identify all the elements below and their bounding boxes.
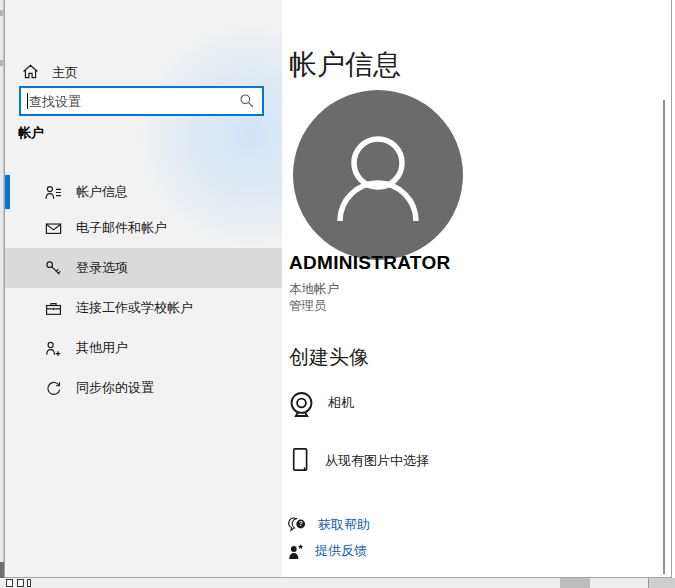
background-window-bottom-fragment xyxy=(0,578,675,588)
camera-option[interactable]: 相机 xyxy=(288,390,354,420)
person-icon xyxy=(293,90,463,260)
search-icon xyxy=(239,93,255,109)
account-type-label: 本地帐户 xyxy=(289,281,339,298)
home-icon xyxy=(22,63,39,80)
sidebar: 主页 帐户 帐户信息 电子邮件和帐户 登 xyxy=(5,0,282,577)
sidebar-item-home[interactable]: 主页 xyxy=(5,56,282,88)
sidebar-item-other-users[interactable]: 其他用户 xyxy=(5,328,282,368)
account-role-label: 管理员 xyxy=(289,298,327,315)
sidebar-item-label: 连接工作或学校帐户 xyxy=(76,299,193,317)
search-box xyxy=(19,86,264,116)
sidebar-item-work-school-account[interactable]: 连接工作或学校帐户 xyxy=(5,288,282,328)
sidebar-item-label: 其他用户 xyxy=(76,339,128,357)
settings-window: 设置 主页 帐户 xyxy=(4,0,672,578)
selected-indicator xyxy=(5,175,10,209)
background-glyph xyxy=(17,579,24,587)
account-info-icon xyxy=(45,184,62,201)
background-glyph xyxy=(27,579,31,587)
sidebar-item-label: 主页 xyxy=(52,64,78,82)
page-title: 帐户信息 xyxy=(289,46,401,84)
sidebar-item-label: 登录选项 xyxy=(76,259,128,277)
feedback-link[interactable]: 提供反馈 xyxy=(288,542,367,560)
get-help-label: 获取帮助 xyxy=(318,516,370,534)
sidebar-item-email-accounts[interactable]: 电子邮件和帐户 xyxy=(5,208,282,248)
create-avatar-heading: 创建头像 xyxy=(289,344,369,371)
sync-icon xyxy=(45,380,62,397)
get-help-link[interactable]: ? 获取帮助 xyxy=(288,516,370,534)
background-tick xyxy=(0,10,3,16)
background-tick xyxy=(0,60,3,66)
svg-text:?: ? xyxy=(299,520,303,527)
sidebar-section-header: 帐户 xyxy=(18,124,44,142)
get-help-icon: ? xyxy=(288,517,307,533)
user-name: ADMINISTRATOR xyxy=(289,252,451,274)
sidebar-item-label: 电子邮件和帐户 xyxy=(76,219,167,237)
background-scrollbar-fragment xyxy=(560,578,590,588)
search-input[interactable] xyxy=(29,88,234,114)
background-glyph xyxy=(6,579,13,587)
main-content: 帐户信息 ADMINISTRATOR 本地帐户 管理员 创建头像 相机 从现有图… xyxy=(282,0,671,577)
email-icon xyxy=(45,220,62,237)
feedback-label: 提供反馈 xyxy=(315,542,367,560)
sidebar-item-sync-settings[interactable]: 同步你的设置 xyxy=(5,368,282,408)
briefcase-icon xyxy=(45,300,62,317)
sidebar-item-sign-in-options[interactable]: 登录选项 xyxy=(5,248,282,288)
camera-icon xyxy=(288,390,315,420)
scrollbar[interactable] xyxy=(663,100,665,574)
camera-option-label: 相机 xyxy=(328,394,354,412)
browse-picture-option[interactable]: 从现有图片中选择 xyxy=(288,444,429,477)
avatar xyxy=(293,90,463,260)
sidebar-item-label: 同步你的设置 xyxy=(76,379,154,397)
browse-picture-icon xyxy=(288,444,312,477)
key-icon xyxy=(45,260,62,277)
sidebar-item-account-info[interactable]: 帐户信息 xyxy=(5,172,282,212)
text-caret xyxy=(27,93,28,109)
browse-picture-label: 从现有图片中选择 xyxy=(325,452,429,470)
background-window-edge xyxy=(648,578,675,588)
sidebar-item-label: 帐户信息 xyxy=(76,183,128,201)
feedback-icon xyxy=(288,543,304,560)
other-users-icon xyxy=(45,340,62,357)
